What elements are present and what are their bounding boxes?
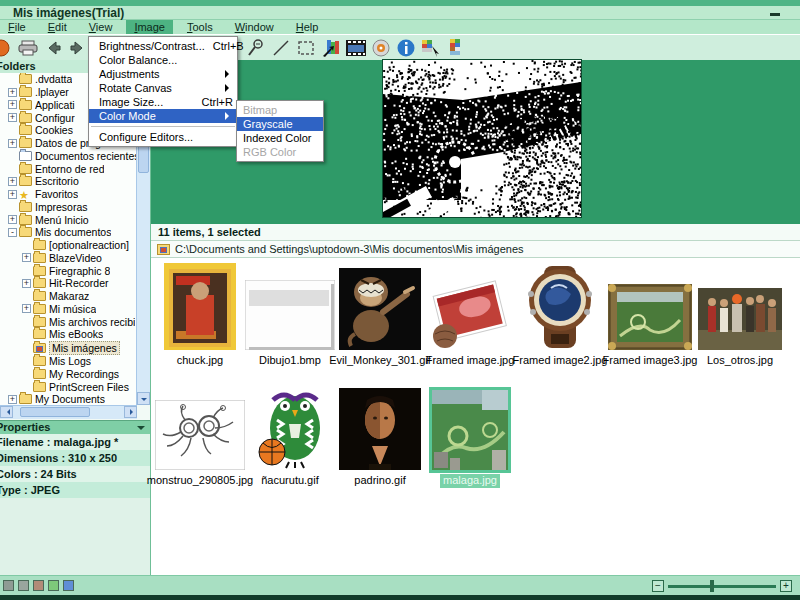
file-cell-monstruo[interactable]: monstruo_290805.jpg [155, 383, 245, 488]
expander-icon[interactable] [8, 228, 17, 237]
expander-icon[interactable] [22, 279, 31, 288]
disc-burn-icon[interactable] [370, 38, 392, 58]
folder-icon [19, 113, 32, 123]
submenu-item-bitmap[interactable]: Bitmap [237, 103, 323, 117]
submenu-item-grayscale[interactable]: Grayscale [237, 117, 323, 131]
line-tool-icon[interactable] [270, 38, 292, 58]
tree-item-impresoras[interactable]: Impresoras [0, 201, 137, 214]
menu-item-adjustments[interactable]: Adjustments [89, 67, 237, 81]
file-cell-evil-monkey[interactable]: Evil_Monkey_301.gif [335, 263, 425, 368]
thumbnail-chuck [164, 263, 236, 350]
menu-file[interactable]: File [0, 20, 34, 34]
menu-item-rotate-canvas[interactable]: Rotate Canvas [89, 81, 237, 95]
palette-swatch[interactable] [63, 580, 74, 591]
address-bar[interactable]: C:\Documents and Settings\uptodown-3\Mis… [151, 241, 800, 258]
file-cell-framed-image2[interactable]: Framed image2.jpg [515, 263, 605, 368]
file-cell-dibujo1[interactable]: Dibujo1.bmp [245, 263, 335, 368]
tree-item-favoritos[interactable]: Favoritos [0, 188, 137, 201]
expander-icon[interactable] [8, 88, 17, 97]
tree-item-mis-imagenes[interactable]: Mis imágenes [0, 341, 137, 355]
thumbnail-los-otros [698, 288, 782, 350]
chevron-down-icon[interactable] [137, 426, 145, 434]
tree-item-mis-archivos-recibidos[interactable]: Mis archivos recibi [0, 315, 137, 328]
menu-item-configure-editors[interactable]: Configure Editors... [89, 130, 237, 144]
bitmap-preview-image[interactable] [383, 60, 581, 217]
submenu-item-indexed-color[interactable]: Indexed Color [237, 131, 323, 145]
scroll-down-icon[interactable] [137, 392, 150, 405]
expander-icon[interactable] [22, 253, 31, 262]
menu-help[interactable]: Help [288, 20, 327, 34]
zoom-plus-icon[interactable] [780, 580, 792, 592]
scroll-left-icon[interactable] [0, 406, 13, 418]
palette-swatch[interactable] [33, 580, 44, 591]
file-cell-framed-image[interactable]: Framed image.jpg [425, 263, 515, 368]
tree-item-entorno-de-red[interactable]: Entorno de red [0, 162, 137, 175]
tree-item-mis-documentos[interactable]: Mis documentos [0, 226, 137, 239]
selection-marquee-icon[interactable] [295, 38, 317, 58]
minimize-icon[interactable] [770, 10, 782, 16]
thumbnail-monstruo [155, 400, 245, 470]
tree-item-my-recordings[interactable]: My Recordings [0, 368, 137, 381]
scrollbar-thumb[interactable] [20, 407, 90, 417]
file-browser-area[interactable]: chuck.jpg Dibujo1.bmp Evil_Monkey_301.gi… [151, 258, 800, 575]
tree-item-hit-recorder[interactable]: Hit-Recorder [0, 277, 137, 290]
app-logo-ball-icon[interactable] [0, 38, 14, 58]
tree-item-mis-logs[interactable]: Mis Logs [0, 355, 137, 368]
menu-item-color-balance[interactable]: Color Balance... [89, 53, 237, 67]
file-cell-nacurutu[interactable]: ñacurutu.gif [245, 383, 335, 488]
palette-swatch[interactable] [3, 580, 14, 591]
file-cell-malaga[interactable]: malaga.jpg [425, 383, 515, 488]
expander-icon[interactable] [8, 395, 17, 404]
expander-icon[interactable] [8, 177, 17, 186]
info-icon[interactable] [395, 38, 417, 58]
palette-icon[interactable] [445, 38, 467, 58]
tree-item-mi-musica[interactable]: Mi música [0, 303, 137, 316]
file-cell-padrino[interactable]: padrino.gif [335, 383, 425, 488]
submenu-item-rgb-color[interactable]: RGB Color [237, 145, 323, 159]
menu-edit[interactable]: Edit [40, 20, 75, 34]
tree-item-mis-ebooks[interactable]: Mis eBooks [0, 328, 137, 341]
zoom-minus-icon[interactable] [652, 580, 664, 592]
expander-icon[interactable] [22, 304, 31, 313]
tree-item-menu-inicio[interactable]: Menú Inicio [0, 213, 137, 226]
tree-item-firegraphic[interactable]: Firegraphic 8 [0, 264, 137, 277]
file-cell-los-otros[interactable]: Los_otros.jpg [695, 263, 785, 368]
menu-tools[interactable]: Tools [179, 20, 221, 34]
tree-item-documentos-recientes[interactable]: Documentos recientes [0, 150, 137, 163]
tree-item-my-documents[interactable]: My Documents [0, 393, 137, 405]
print-icon[interactable] [17, 38, 39, 58]
app-window: Mis imágenes(Trial) File Edit View Image… [0, 0, 800, 600]
menu-item-image-size[interactable]: Image Size...Ctrl+R [89, 95, 237, 109]
file-cell-chuck[interactable]: chuck.jpg [155, 263, 245, 368]
zoom-slider[interactable] [652, 579, 792, 593]
expander-icon[interactable] [8, 215, 17, 224]
tree-item-blazevideo[interactable]: BlazeVideo [0, 252, 137, 265]
histogram-export-icon[interactable] [320, 38, 342, 58]
filmstrip-icon[interactable] [345, 38, 367, 58]
expander-icon[interactable] [8, 190, 17, 199]
tree-item-optionalreaction[interactable]: [optionalreaction] [0, 239, 137, 252]
tree-item-escritorio[interactable]: Escritorio [0, 175, 137, 188]
menu-item-color-mode[interactable]: Color Mode [89, 109, 237, 123]
menu-view[interactable]: View [81, 20, 121, 34]
menu-image[interactable]: Image [126, 20, 173, 34]
palette-swatch[interactable] [48, 580, 59, 591]
palette-swatch[interactable] [18, 580, 29, 591]
tree-horizontal-scrollbar[interactable] [0, 405, 137, 419]
forward-icon[interactable] [67, 38, 89, 58]
menu-item-brightness-contrast[interactable]: Brightness/Contrast...Ctrl+B [89, 39, 237, 53]
zoom-out-icon[interactable] [245, 38, 267, 58]
tree-item-printscreen-files[interactable]: PrintScreen Files [0, 380, 137, 393]
file-cell-framed-image3[interactable]: Framed image3.jpg [605, 263, 695, 368]
zoom-slider-handle[interactable] [710, 580, 714, 592]
menu-window[interactable]: Window [227, 20, 282, 34]
expander-icon[interactable] [8, 113, 17, 122]
expander-icon[interactable] [8, 100, 17, 109]
zoom-slider-track[interactable] [668, 585, 776, 588]
expander-icon[interactable] [8, 139, 17, 148]
tree-item-makaraz[interactable]: Makaraz [0, 290, 137, 303]
palette-pick-icon[interactable] [420, 38, 442, 58]
scroll-right-icon[interactable] [124, 406, 137, 418]
back-icon[interactable] [42, 38, 64, 58]
folder-icon [33, 240, 46, 250]
